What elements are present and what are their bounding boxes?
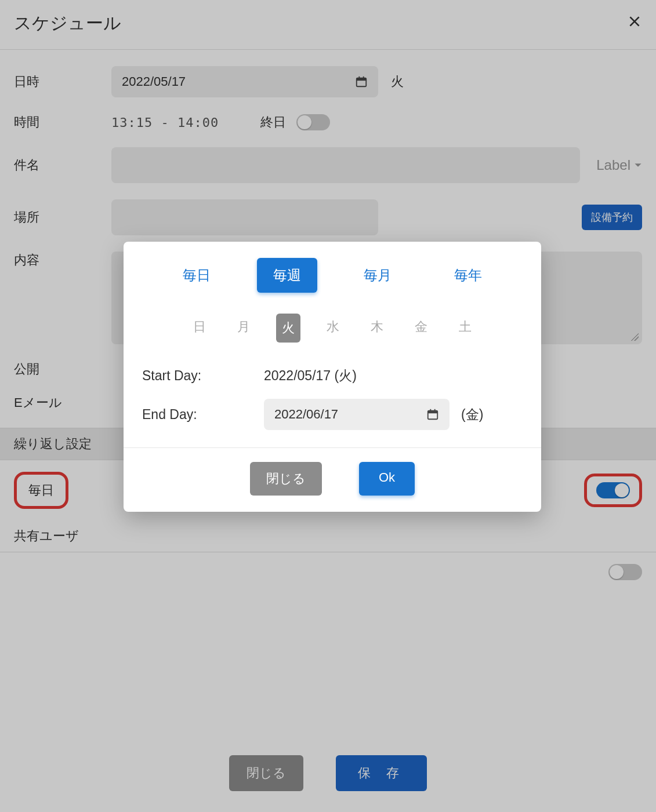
svg-rect-7 <box>434 409 436 412</box>
tab-weekly[interactable]: 毎週 <box>257 258 317 293</box>
weekday-mon[interactable]: 月 <box>232 314 255 343</box>
start-day-value: 2022/05/17 (火) <box>264 367 357 385</box>
end-day-input[interactable]: 2022/06/17 <box>264 399 450 430</box>
weekday-sun[interactable]: 日 <box>188 314 211 343</box>
start-day-row: Start Day: 2022/05/17 (火) <box>124 360 541 392</box>
weekday-selector: 日 月 火 水 木 金 土 <box>124 303 541 360</box>
repeat-config-dialog: 毎日 毎週 毎月 毎年 日 月 火 水 木 金 土 Start Day: 202… <box>124 242 541 512</box>
dialog-ok-button[interactable]: Ok <box>359 462 415 496</box>
end-day-value: 2022/06/17 <box>274 407 338 422</box>
dialog-close-button[interactable]: 閉じる <box>250 462 322 496</box>
end-day-weekday: (金) <box>461 406 483 424</box>
svg-rect-5 <box>428 411 438 414</box>
start-day-label: Start Day: <box>142 368 264 384</box>
dialog-footer: 閉じる Ok <box>124 447 541 512</box>
tab-yearly[interactable]: 毎年 <box>438 258 498 293</box>
weekday-wed[interactable]: 水 <box>321 314 345 343</box>
end-day-row: End Day: 2022/06/17 (金) <box>124 392 541 437</box>
tab-monthly[interactable]: 毎月 <box>347 258 408 293</box>
weekday-thu[interactable]: 木 <box>365 314 389 343</box>
tab-daily[interactable]: 毎日 <box>166 258 227 293</box>
end-day-label: End Day: <box>142 407 264 423</box>
weekday-tue[interactable]: 火 <box>276 314 300 343</box>
weekday-fri[interactable]: 金 <box>409 314 433 343</box>
weekday-sat[interactable]: 土 <box>454 314 477 343</box>
repeat-frequency-tabs: 毎日 毎週 毎月 毎年 <box>124 242 541 303</box>
calendar-icon <box>426 408 439 421</box>
svg-rect-6 <box>430 409 431 412</box>
